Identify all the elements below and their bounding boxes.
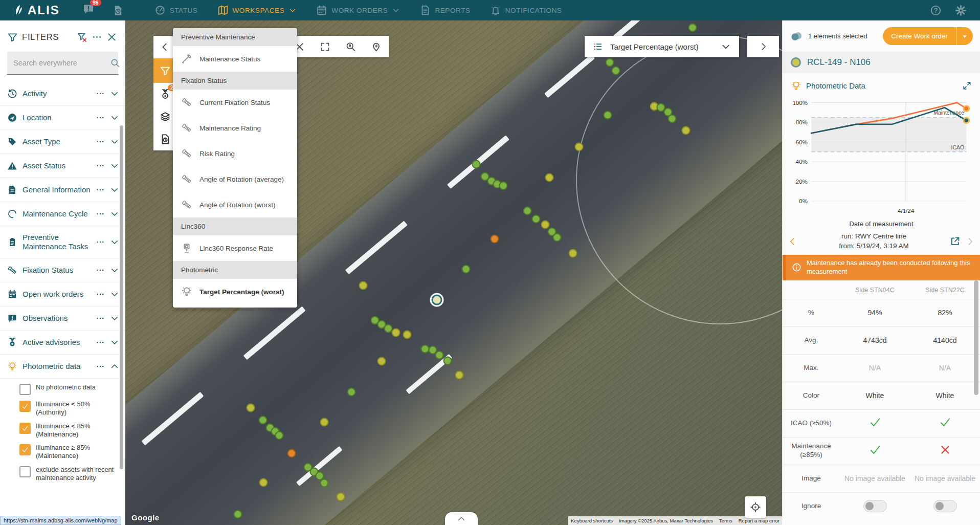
asset-dot-olive[interactable] (455, 371, 463, 380)
asset-dot-green[interactable] (668, 115, 677, 123)
ellipsis-icon[interactable] (96, 161, 105, 170)
ellipsis-icon[interactable] (96, 362, 105, 371)
asset-dot-green[interactable] (443, 356, 452, 365)
chev-down-icon[interactable] (110, 161, 119, 170)
checkbox[interactable] (19, 423, 31, 434)
asset-dot-olive[interactable] (574, 142, 583, 151)
asset-dot-olive[interactable] (377, 357, 386, 365)
gear-icon[interactable] (955, 5, 967, 16)
next-measurement-icon[interactable] (965, 236, 975, 247)
chev-down-icon[interactable] (110, 185, 119, 194)
scheduled-report-icon[interactable] (112, 5, 124, 16)
ellipsis-icon[interactable] (96, 137, 105, 146)
checkbox[interactable] (19, 384, 31, 395)
asset-dot-olive[interactable] (359, 281, 368, 290)
asset-dot-green[interactable] (435, 351, 444, 359)
filter-group-asset-status[interactable]: Asset Status (0, 154, 125, 178)
asset-dot-green[interactable] (532, 215, 541, 224)
nav-item-workspaces[interactable]: WORKSPACES (217, 5, 297, 16)
close-filters-icon[interactable] (106, 32, 117, 42)
asset-dot-green[interactable] (611, 66, 620, 75)
filter-group-asset-type[interactable]: Asset Type (0, 130, 125, 154)
ellipsis-icon[interactable] (96, 185, 105, 194)
asset-dot-green[interactable] (553, 233, 562, 242)
asset-dot-olive[interactable] (259, 478, 268, 487)
filter-group-location[interactable]: Location (0, 106, 125, 130)
asset-dot-olive[interactable] (569, 249, 577, 257)
asset-dot-green[interactable] (523, 206, 532, 215)
search-box[interactable] (7, 52, 118, 75)
filter-group-preventive-maintenance-tasks[interactable]: Preventive Maintenance Tasks (0, 226, 125, 258)
asset-dot-olive[interactable] (545, 173, 553, 182)
expand-icon[interactable] (962, 81, 972, 91)
asset-dot-green[interactable] (258, 415, 267, 424)
asset-dot-orange[interactable] (491, 234, 499, 243)
chev-down-icon[interactable] (110, 113, 119, 122)
filter-option-exclude-assets-with-recent-maintenance-activity[interactable]: exclude assets with recent maintenance a… (19, 463, 120, 485)
filter-option-illuminance-50-authority[interactable]: Illuminance < 50% (Authority) (19, 398, 120, 420)
dropdown-item-angle-of-rotation-worst[interactable]: Angle of Rotation (worst) (173, 192, 297, 217)
filter-option-illuminance-85-maintenance[interactable]: Illuminance < 85% (Maintenance) (19, 420, 120, 442)
asset-dot-olive[interactable] (403, 331, 412, 339)
filter-option-illuminance-85-maintenance[interactable]: Illuminance ≥ 85% (Maintenance) (19, 441, 120, 463)
panel-scrollbar[interactable] (974, 280, 978, 395)
asset-dot-olive[interactable] (541, 221, 550, 229)
dropdown-item-target-percentage-worst[interactable]: Target Percentage (worst) (173, 279, 297, 304)
add-location-icon[interactable] (371, 41, 382, 52)
ellipsis-icon[interactable] (96, 89, 105, 98)
attribution-keyboard-shortcuts[interactable]: Keyboard shortcuts (568, 516, 616, 525)
filters-scrollbar[interactable] (120, 125, 123, 469)
dropdown-item-linc360-response-rate[interactable]: Linc360 Response Rate (173, 235, 297, 261)
asset-dot-green[interactable] (347, 387, 356, 396)
asset-dot-olive[interactable] (392, 329, 400, 337)
ignore-toggle[interactable] (863, 500, 887, 512)
filter-group-photometric-data[interactable]: Photometric data (0, 355, 125, 379)
dropdown-item-maintenance-rating[interactable]: Maintenance Rating (173, 115, 297, 141)
checkbox[interactable] (19, 466, 31, 477)
search-location-icon[interactable] (345, 41, 356, 52)
ignore-toggle[interactable] (933, 500, 957, 512)
ellipsis-icon[interactable] (96, 237, 105, 247)
bottom-drawer-handle[interactable] (445, 512, 478, 525)
checkbox[interactable] (19, 401, 31, 412)
selected-asset-row[interactable]: RCL-149 - N106 (783, 52, 980, 73)
chev-down-icon[interactable] (110, 266, 119, 275)
asset-dot-olive[interactable] (682, 126, 691, 135)
filter-group-fixation-status[interactable]: Fixation Status (0, 258, 125, 282)
next-asset-button[interactable] (747, 36, 779, 57)
filter-group-maintenance-cycle[interactable]: Maintenance Cycle (0, 202, 125, 226)
nav-item-status[interactable]: STATUS (154, 5, 198, 16)
dropdown-item-current-fixation-status[interactable]: Current Fixation Status (173, 90, 297, 115)
chev-up-icon[interactable] (110, 362, 119, 371)
help-icon[interactable] (930, 5, 942, 16)
asset-dot-green[interactable] (420, 344, 429, 353)
attribution-imagery-2025-airbus-maxar-technologies[interactable]: Imagery ©2025 Airbus, Maxar Technologies (616, 516, 716, 525)
asset-dot-green[interactable] (472, 160, 481, 169)
asset-dot-green[interactable] (461, 265, 470, 274)
filter-group-open-work-orders[interactable]: Open work orders (0, 282, 125, 307)
ellipsis-icon[interactable] (96, 113, 105, 122)
filter-group-observations[interactable]: Observations (0, 307, 125, 331)
create-work-order-label[interactable]: Create Work order (883, 27, 956, 45)
nav-item-reports[interactable]: REPORTS (419, 5, 470, 16)
asset-dot-green[interactable] (384, 324, 393, 333)
chev-down-icon[interactable] (110, 314, 119, 323)
chev-down-icon[interactable] (110, 237, 119, 247)
dropdown-item-angle-of-rotation-average[interactable]: Angle of Rotation (average) (173, 166, 297, 192)
create-work-order-button[interactable]: Create Work order (883, 27, 973, 45)
dropdown-item-maintenance-status[interactable]: Maintenance Status (173, 46, 297, 72)
asset-dot-green[interactable] (606, 58, 614, 67)
search-input[interactable] (12, 58, 110, 68)
ellipsis-icon[interactable] (96, 338, 105, 347)
chev-down-icon[interactable] (110, 137, 119, 146)
map-canvas[interactable]: 2 Preventive MaintenanceMaintenance Stat… (125, 20, 783, 525)
asset-dot-olive[interactable] (337, 492, 345, 501)
ellipsis-icon[interactable] (96, 290, 105, 299)
search-icon[interactable] (110, 58, 120, 68)
asset-dot-selected[interactable] (432, 295, 442, 305)
clear-filters-icon[interactable] (77, 32, 87, 42)
filter-option-no-photometric-data[interactable]: No photometric data (19, 381, 120, 398)
messages-button[interactable]: 96 (82, 3, 95, 17)
asset-dot-green[interactable] (604, 111, 612, 120)
asset-dot-green[interactable] (233, 510, 242, 519)
